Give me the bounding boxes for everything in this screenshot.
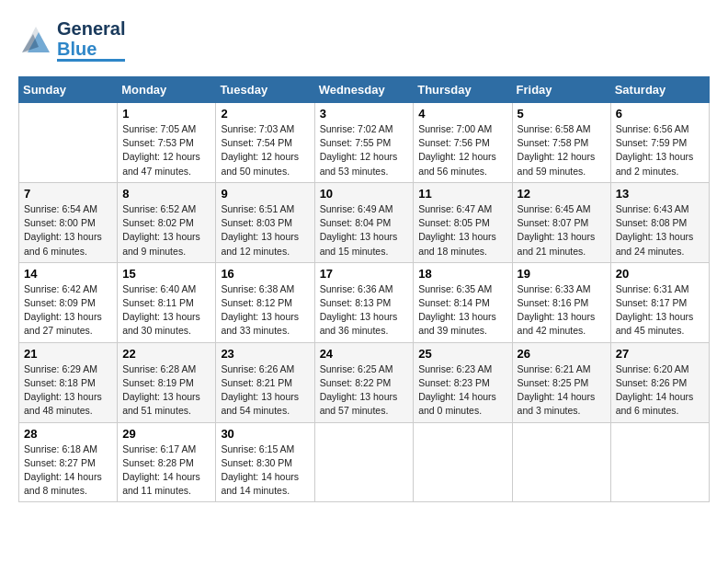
- calendar-cell: 24Sunrise: 6:25 AMSunset: 8:22 PMDayligh…: [314, 342, 414, 422]
- day-info: Sunrise: 6:51 AMSunset: 8:03 PMDaylight:…: [221, 202, 309, 259]
- day-info: Sunrise: 6:28 AMSunset: 8:19 PMDaylight:…: [122, 362, 210, 419]
- calendar-cell: 12Sunrise: 6:45 AMSunset: 8:07 PMDayligh…: [512, 182, 610, 262]
- day-info: Sunrise: 6:36 AMSunset: 8:13 PMDaylight:…: [320, 282, 409, 339]
- calendar-cell: 16Sunrise: 6:38 AMSunset: 8:12 PMDayligh…: [216, 262, 314, 342]
- day-info: Sunrise: 6:40 AMSunset: 8:11 PMDaylight:…: [122, 282, 210, 339]
- calendar-cell: [19, 103, 118, 183]
- logo-icon: [18, 21, 53, 56]
- day-info: Sunrise: 6:29 AMSunset: 8:18 PMDaylight:…: [24, 362, 112, 419]
- day-number: 6: [616, 107, 704, 121]
- calendar-cell: 23Sunrise: 6:26 AMSunset: 8:21 PMDayligh…: [216, 342, 314, 422]
- day-number: 9: [221, 187, 309, 201]
- calendar-header-row: SundayMondayTuesdayWednesdayThursdayFrid…: [19, 77, 710, 103]
- day-info: Sunrise: 6:43 AMSunset: 8:08 PMDaylight:…: [616, 202, 704, 259]
- calendar-cell: 21Sunrise: 6:29 AMSunset: 8:18 PMDayligh…: [19, 342, 118, 422]
- calendar-cell: 15Sunrise: 6:40 AMSunset: 8:11 PMDayligh…: [118, 262, 216, 342]
- day-number: 5: [518, 107, 606, 121]
- calendar-week-row: 7Sunrise: 6:54 AMSunset: 8:00 PMDaylight…: [19, 182, 710, 262]
- calendar-week-row: 21Sunrise: 6:29 AMSunset: 8:18 PMDayligh…: [19, 342, 710, 422]
- day-info: Sunrise: 6:26 AMSunset: 8:21 PMDaylight:…: [221, 362, 309, 419]
- day-info: Sunrise: 6:35 AMSunset: 8:14 PMDaylight:…: [418, 282, 506, 339]
- day-info: Sunrise: 7:03 AMSunset: 7:54 PMDaylight:…: [221, 122, 309, 178]
- day-number: 29: [122, 427, 210, 441]
- day-number: 17: [320, 267, 409, 281]
- calendar-cell: 8Sunrise: 6:52 AMSunset: 8:02 PMDaylight…: [118, 182, 216, 262]
- day-number: 28: [24, 427, 112, 441]
- day-info: Sunrise: 6:56 AMSunset: 7:59 PMDaylight:…: [616, 122, 704, 178]
- day-info: Sunrise: 6:21 AMSunset: 8:25 PMDaylight:…: [518, 362, 606, 419]
- day-number: 18: [418, 267, 506, 281]
- calendar-cell: 27Sunrise: 6:20 AMSunset: 8:26 PMDayligh…: [610, 342, 709, 422]
- calendar-cell: 28Sunrise: 6:18 AMSunset: 8:27 PMDayligh…: [19, 422, 118, 502]
- calendar-week-row: 28Sunrise: 6:18 AMSunset: 8:27 PMDayligh…: [19, 422, 710, 502]
- col-header-sunday: Sunday: [19, 77, 118, 103]
- day-info: Sunrise: 6:18 AMSunset: 8:27 PMDaylight:…: [24, 442, 112, 499]
- calendar-cell: 5Sunrise: 6:58 AMSunset: 7:58 PMDaylight…: [512, 103, 610, 183]
- day-info: Sunrise: 6:15 AMSunset: 8:30 PMDaylight:…: [221, 442, 309, 499]
- calendar-cell: 22Sunrise: 6:28 AMSunset: 8:19 PMDayligh…: [118, 342, 216, 422]
- day-number: 3: [320, 107, 409, 121]
- calendar-cell: 4Sunrise: 7:00 AMSunset: 7:56 PMDaylight…: [414, 103, 512, 183]
- calendar-cell: 20Sunrise: 6:31 AMSunset: 8:17 PMDayligh…: [610, 262, 709, 342]
- day-info: Sunrise: 6:52 AMSunset: 8:02 PMDaylight:…: [122, 202, 210, 259]
- day-number: 13: [616, 187, 704, 201]
- calendar-cell: 30Sunrise: 6:15 AMSunset: 8:30 PMDayligh…: [216, 422, 314, 502]
- logo: General Blue: [18, 18, 125, 62]
- calendar-cell: 18Sunrise: 6:35 AMSunset: 8:14 PMDayligh…: [414, 262, 512, 342]
- day-info: Sunrise: 6:42 AMSunset: 8:09 PMDaylight:…: [24, 282, 112, 339]
- calendar-cell: [512, 422, 610, 502]
- calendar-cell: [314, 422, 414, 502]
- col-header-saturday: Saturday: [610, 77, 709, 103]
- day-number: 22: [122, 347, 210, 361]
- calendar-cell: 2Sunrise: 7:03 AMSunset: 7:54 PMDaylight…: [216, 103, 314, 183]
- day-number: 30: [221, 427, 309, 441]
- page-header: General Blue: [18, 18, 710, 62]
- day-number: 15: [122, 267, 210, 281]
- calendar-cell: 3Sunrise: 7:02 AMSunset: 7:55 PMDaylight…: [314, 103, 414, 183]
- calendar-cell: 13Sunrise: 6:43 AMSunset: 8:08 PMDayligh…: [610, 182, 709, 262]
- calendar-cell: 19Sunrise: 6:33 AMSunset: 8:16 PMDayligh…: [512, 262, 610, 342]
- day-number: 1: [122, 107, 210, 121]
- col-header-thursday: Thursday: [414, 77, 512, 103]
- day-info: Sunrise: 7:02 AMSunset: 7:55 PMDaylight:…: [320, 122, 409, 178]
- day-number: 20: [616, 267, 704, 281]
- day-number: 11: [418, 187, 506, 201]
- calendar-cell: 25Sunrise: 6:23 AMSunset: 8:23 PMDayligh…: [414, 342, 512, 422]
- calendar-table: SundayMondayTuesdayWednesdayThursdayFrid…: [18, 76, 710, 502]
- calendar-cell: 14Sunrise: 6:42 AMSunset: 8:09 PMDayligh…: [19, 262, 118, 342]
- day-info: Sunrise: 6:47 AMSunset: 8:05 PMDaylight:…: [418, 202, 506, 259]
- calendar-cell: 9Sunrise: 6:51 AMSunset: 8:03 PMDaylight…: [216, 182, 314, 262]
- col-header-friday: Friday: [512, 77, 610, 103]
- day-number: 21: [24, 347, 112, 361]
- day-info: Sunrise: 6:58 AMSunset: 7:58 PMDaylight:…: [518, 122, 606, 178]
- logo-blue: Blue: [57, 39, 125, 62]
- col-header-monday: Monday: [118, 77, 216, 103]
- day-number: 7: [24, 187, 112, 201]
- day-info: Sunrise: 7:05 AMSunset: 7:53 PMDaylight:…: [122, 122, 210, 178]
- day-number: 19: [518, 267, 606, 281]
- day-info: Sunrise: 6:17 AMSunset: 8:28 PMDaylight:…: [122, 442, 210, 499]
- calendar-cell: 29Sunrise: 6:17 AMSunset: 8:28 PMDayligh…: [118, 422, 216, 502]
- day-number: 27: [616, 347, 704, 361]
- calendar-cell: [414, 422, 512, 502]
- day-number: 8: [122, 187, 210, 201]
- calendar-week-row: 14Sunrise: 6:42 AMSunset: 8:09 PMDayligh…: [19, 262, 710, 342]
- calendar-cell: 1Sunrise: 7:05 AMSunset: 7:53 PMDaylight…: [118, 103, 216, 183]
- day-info: Sunrise: 6:31 AMSunset: 8:17 PMDaylight:…: [616, 282, 704, 339]
- calendar-cell: 26Sunrise: 6:21 AMSunset: 8:25 PMDayligh…: [512, 342, 610, 422]
- calendar-week-row: 1Sunrise: 7:05 AMSunset: 7:53 PMDaylight…: [19, 103, 710, 183]
- day-number: 4: [418, 107, 506, 121]
- day-info: Sunrise: 7:00 AMSunset: 7:56 PMDaylight:…: [418, 122, 506, 178]
- day-number: 2: [221, 107, 309, 121]
- day-info: Sunrise: 6:20 AMSunset: 8:26 PMDaylight:…: [616, 362, 704, 419]
- day-number: 10: [320, 187, 409, 201]
- day-info: Sunrise: 6:54 AMSunset: 8:00 PMDaylight:…: [24, 202, 112, 259]
- day-number: 25: [418, 347, 506, 361]
- day-number: 26: [518, 347, 606, 361]
- day-number: 12: [518, 187, 606, 201]
- col-header-wednesday: Wednesday: [314, 77, 414, 103]
- day-info: Sunrise: 6:25 AMSunset: 8:22 PMDaylight:…: [320, 362, 409, 419]
- calendar-cell: [610, 422, 709, 502]
- day-number: 14: [24, 267, 112, 281]
- calendar-cell: 11Sunrise: 6:47 AMSunset: 8:05 PMDayligh…: [414, 182, 512, 262]
